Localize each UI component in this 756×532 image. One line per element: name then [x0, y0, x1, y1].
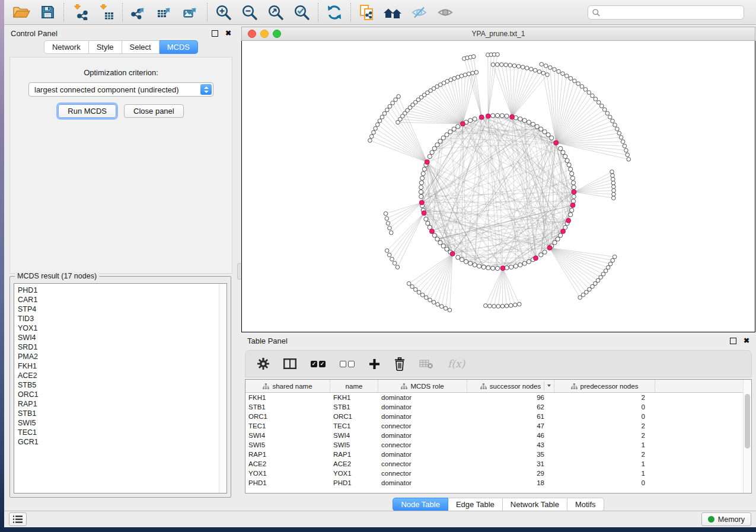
network-leaf-node[interactable] [611, 181, 615, 185]
network-leaf-node[interactable] [385, 249, 389, 253]
network-node[interactable] [456, 255, 460, 259]
network-node[interactable] [572, 185, 576, 190]
column-header-successor-nodes[interactable]: successor nodes [467, 380, 554, 392]
network-leaf-node[interactable] [626, 153, 630, 157]
network-leaf-node[interactable] [387, 253, 391, 257]
tab-motifs[interactable]: Motifs [567, 498, 604, 511]
network-node[interactable] [445, 133, 449, 137]
network-leaf-node[interactable] [541, 71, 546, 75]
network-node[interactable] [448, 130, 452, 134]
network-dominator-node[interactable] [566, 218, 571, 223]
network-node[interactable] [428, 154, 432, 158]
network-leaf-node[interactable] [619, 136, 623, 140]
network-leaf-node[interactable] [380, 115, 384, 119]
network-leaf-node[interactable] [580, 85, 584, 89]
network-leaf-node[interactable] [456, 75, 460, 79]
mcds-result-item[interactable]: SWI5 [18, 418, 227, 428]
window-zoom-light[interactable] [273, 30, 281, 38]
network-leaf-node[interactable] [605, 111, 610, 116]
network-leaf-node[interactable] [394, 98, 398, 102]
network-leaf-node[interactable] [596, 101, 601, 105]
network-node[interactable] [420, 176, 425, 180]
network-node[interactable] [559, 146, 563, 150]
mcds-result-item[interactable]: ORC1 [18, 390, 227, 399]
mcds-result-item[interactable]: STB5 [18, 380, 227, 390]
network-node[interactable] [561, 150, 565, 155]
network-node[interactable] [539, 127, 543, 131]
table-settings-button[interactable] [257, 358, 269, 370]
table-row[interactable]: YOX1YOX1connector291 [245, 469, 751, 478]
network-node[interactable] [456, 124, 460, 129]
network-leaf-node[interactable] [544, 64, 548, 68]
hide-selected-button[interactable] [409, 3, 430, 22]
network-leaf-node[interactable] [407, 281, 411, 286]
network-node[interactable] [424, 217, 428, 221]
network-canvas[interactable] [241, 41, 755, 332]
network-leaf-node[interactable] [608, 262, 613, 266]
network-node[interactable] [571, 199, 575, 203]
network-leaf-node[interactable] [369, 134, 374, 139]
network-leaf-node[interactable] [471, 55, 476, 59]
export-network-button[interactable] [128, 3, 149, 22]
table-row[interactable]: STB1STB1dominator620 [245, 402, 751, 412]
network-node[interactable] [522, 261, 527, 265]
network-node[interactable] [567, 163, 571, 167]
network-leaf-node[interactable] [496, 305, 500, 309]
network-node[interactable] [441, 136, 445, 140]
network-leaf-node[interactable] [611, 196, 615, 200]
table-scrollbar[interactable] [743, 380, 751, 493]
network-node[interactable] [435, 237, 439, 241]
network-leaf-node[interactable] [561, 72, 565, 76]
network-leaf-node[interactable] [611, 177, 615, 181]
save-session-button[interactable] [37, 3, 58, 22]
network-leaf-node[interactable] [594, 97, 598, 101]
network-leaf-node[interactable] [463, 73, 467, 77]
window-minimize-light[interactable] [260, 30, 269, 38]
network-leaf-node[interactable] [390, 257, 394, 261]
run-mcds-button[interactable]: Run MCDS [58, 104, 116, 118]
network-node[interactable] [445, 247, 449, 251]
network-node[interactable] [477, 264, 481, 268]
network-node[interactable] [572, 194, 576, 198]
network-node[interactable] [473, 263, 477, 267]
network-leaf-node[interactable] [608, 115, 612, 119]
mcds-result-item[interactable]: PMA2 [18, 352, 227, 361]
network-leaf-node[interactable] [385, 108, 390, 112]
network-leaf-node[interactable] [613, 255, 617, 259]
network-leaf-node[interactable] [389, 231, 393, 235]
network-leaf-node[interactable] [439, 305, 444, 309]
network-leaf-node[interactable] [583, 88, 588, 92]
network-leaf-node[interactable] [578, 296, 582, 300]
network-leaf-node[interactable] [516, 65, 521, 69]
mcds-list-scrollbar[interactable] [219, 284, 227, 493]
network-leaf-node[interactable] [612, 193, 616, 197]
network-node[interactable] [464, 259, 468, 264]
network-node[interactable] [468, 118, 473, 123]
network-node[interactable] [468, 261, 473, 265]
table-row[interactable]: TEC1TEC1connector472 [245, 421, 751, 431]
network-leaf-node[interactable] [388, 226, 392, 230]
network-leaf-node[interactable] [500, 63, 504, 67]
network-node[interactable] [505, 114, 509, 118]
clone-network-button[interactable] [356, 3, 378, 22]
network-leaf-node[interactable] [611, 174, 615, 178]
network-leaf-node[interactable] [378, 119, 382, 123]
network-node[interactable] [419, 194, 423, 198]
select-all-button[interactable]: ✓ ✓ [311, 361, 326, 367]
network-leaf-node[interactable] [612, 188, 616, 193]
network-leaf-node[interactable] [537, 70, 541, 74]
network-leaf-node[interactable] [410, 284, 414, 289]
network-leaf-node[interactable] [521, 65, 525, 69]
network-leaf-node[interactable] [546, 73, 550, 77]
network-leaf-node[interactable] [391, 101, 395, 105]
zoom-in-button[interactable] [213, 3, 234, 22]
network-dominator-node[interactable] [547, 245, 552, 250]
network-node[interactable] [473, 117, 477, 121]
network-leaf-node[interactable] [576, 82, 580, 86]
network-leaf-node[interactable] [573, 79, 577, 83]
network-leaf-node[interactable] [372, 130, 376, 134]
column-header-predecessor-nodes[interactable]: predecessor nodes [554, 380, 655, 392]
network-node[interactable] [559, 233, 563, 238]
show-all-button[interactable] [435, 3, 456, 22]
network-node[interactable] [539, 253, 543, 257]
